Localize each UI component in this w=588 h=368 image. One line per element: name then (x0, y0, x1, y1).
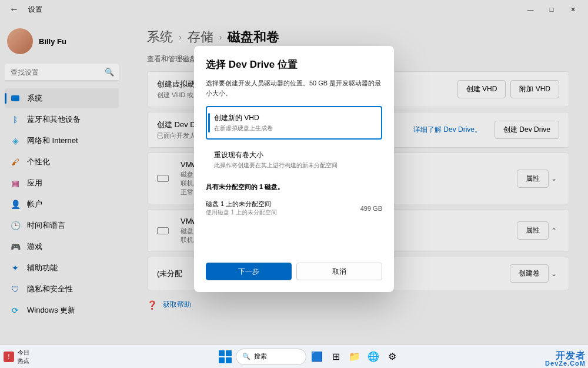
taskbar-search[interactable]: 🔍搜索 (236, 349, 306, 365)
unallocated-disk-row[interactable]: 磁盘 1 上的未分配空间 使用磁盘 1 上的未分配空间 499 GB (206, 196, 382, 220)
dialog-description: 选择要创建开发人员驱动器的位置。50 GB 是开发驱动器的最小大小。 (206, 78, 382, 98)
disk-size: 499 GB (360, 205, 382, 212)
option-subtitle: 在新虚拟硬盘上生成卷 (214, 124, 374, 132)
taskbar-search-label: 搜索 (254, 352, 267, 361)
weather-icon: ! (4, 352, 14, 362)
cancel-button[interactable]: 取消 (296, 263, 382, 280)
option-title: 创建新的 VHD (214, 113, 374, 123)
option-title: 重设现有卷大小 (214, 150, 374, 160)
start-button[interactable] (217, 349, 233, 365)
disk-row-subtitle: 使用磁盘 1 上的未分配空间 (206, 208, 277, 217)
widget-line1: 今日 (18, 349, 29, 357)
taskbar-widgets[interactable]: ! 今日 热点 (0, 349, 29, 365)
disks-section-label: 具有未分配空间的 1 磁盘。 (206, 183, 382, 191)
taskbar-edge-icon[interactable]: 🌐 (365, 349, 382, 365)
devdrive-location-dialog: 选择 Dev Drive 位置 选择要创建开发人员驱动器的位置。50 GB 是开… (194, 46, 394, 292)
dialog-title: 选择 Dev Drive 位置 (206, 58, 382, 71)
watermark: 开发者 DevZe.CoM (545, 351, 586, 367)
taskbar-center: 🔍搜索 🟦 ⊞ 📁 🌐 ⚙ (29, 349, 588, 365)
taskbar-taskview-icon[interactable]: ⊞ (328, 349, 344, 365)
taskbar-copilot-icon[interactable]: 🟦 (309, 349, 325, 365)
option-create-new-vhd[interactable]: 创建新的 VHD 在新虚拟硬盘上生成卷 (206, 106, 382, 140)
option-resize-volume[interactable]: 重设现有卷大小 此操作将创建要在其上进行构建的新未分配空间 (206, 143, 382, 177)
widget-line2: 热点 (18, 357, 29, 365)
search-icon: 🔍 (242, 353, 250, 360)
taskbar-explorer-icon[interactable]: 📁 (346, 349, 363, 365)
disk-row-title: 磁盘 1 上的未分配空间 (206, 200, 277, 208)
modal-overlay: 选择 Dev Drive 位置 选择要创建开发人员驱动器的位置。50 GB 是开… (0, 0, 588, 368)
taskbar-settings-icon[interactable]: ⚙ (384, 349, 400, 365)
option-subtitle: 此操作将创建要在其上进行构建的新未分配空间 (214, 161, 374, 170)
next-button[interactable]: 下一步 (206, 263, 292, 280)
taskbar: ! 今日 热点 🔍搜索 🟦 ⊞ 📁 🌐 ⚙ 开发者 DevZe.CoM (0, 344, 588, 368)
